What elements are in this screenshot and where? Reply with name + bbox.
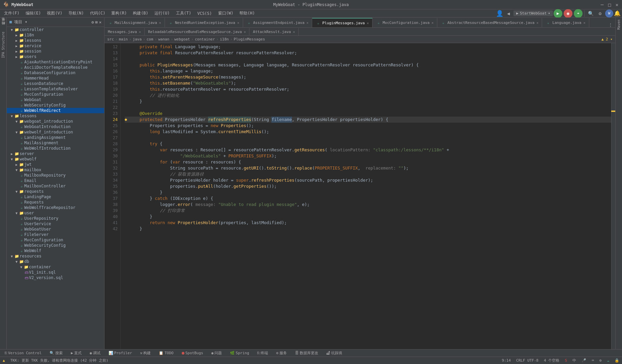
tab-profiler[interactable]: 📊 Profiler — [107, 350, 134, 356]
right-scrollbar-panel[interactable] — [611, 43, 615, 349]
back-btn[interactable]: ◀ — [504, 9, 513, 18]
settings-icon2[interactable]: ⚙ — [599, 358, 602, 363]
tree-folder-server[interactable]: ▶ 📁 server — [7, 151, 104, 156]
run-btn[interactable]: ▶ — [554, 9, 562, 18]
tab2-reloadable[interactable]: ReloadableResourceBundleMessageSource.ja… — [145, 28, 249, 35]
tree-file-v1sql[interactable]: 🗃 V1_init.sql — [7, 270, 104, 275]
tree-file-mvcconfig2[interactable]: ☕ MvcConfiguration — [7, 237, 104, 243]
tree-file-websecurity[interactable]: ☕ WebSecurityConfig — [7, 102, 104, 108]
tree-file-dbconfig[interactable]: ☕ DatabaseConfiguration — [7, 70, 104, 75]
tab-nested-runtime[interactable]: ☕ NestedRuntimeException.java ✕ — [165, 18, 243, 27]
tree-file-mailboxctrl[interactable]: ☕ MailboxController — [7, 183, 104, 189]
tree-file-webgoatuser[interactable]: ☕ WebGoatUser — [7, 226, 104, 232]
menu-build[interactable]: 构建(B) — [130, 10, 151, 17]
tab2-messages[interactable]: Messages.java ✕ — [105, 28, 145, 35]
bc-java[interactable]: java — [133, 37, 142, 41]
tree-file-landing[interactable]: ☕ LandingAssignment — [7, 135, 104, 140]
bc-com[interactable]: com — [147, 37, 153, 41]
tab-run[interactable]: ▶ 直式 — [69, 350, 84, 356]
tree-file-webwolfintro[interactable]: ☕ WebWolfIntroduction — [7, 146, 104, 151]
tree-item-users[interactable]: ▶ 📁 users — [7, 54, 104, 59]
tree-file-email[interactable]: ☕ Email — [7, 178, 104, 183]
tab-mvc-config[interactable]: ☕ MvcConfiguration.java ✕ — [373, 18, 437, 27]
code-content[interactable]: private final Language language; private… — [121, 43, 611, 349]
tab-todo2[interactable]: 🏕 坑踩填 — [324, 350, 344, 356]
tree-folder-mailbox[interactable]: ▼ 📁 mailbox — [7, 167, 104, 173]
debug-btn[interactable]: ◉ — [564, 9, 572, 18]
tree-folder-webgoat-intro[interactable]: ▼ 📁 webgoat_introduction — [7, 119, 104, 124]
tree-file-userservice[interactable]: ☕ UserService — [7, 221, 104, 226]
mic-icon[interactable]: 🎤 — [582, 358, 586, 363]
bc-main[interactable]: main — [119, 37, 128, 41]
tree-file-userrepo[interactable]: ☕ UserRepository — [7, 216, 104, 221]
tree-file-websecurity2[interactable]: ☕ WebSecurityConfig — [7, 243, 104, 248]
tab-spotbugs[interactable]: SpotBugs — [180, 350, 205, 356]
tab-version-control[interactable]: ⎘ Version Control — [3, 350, 43, 356]
tree-file-webwolfredir[interactable]: ☕ WebWolfRedirect — [7, 108, 104, 113]
bc-container[interactable]: container — [195, 37, 215, 41]
bc-wanan[interactable]: wanan — [158, 37, 169, 41]
run-config-label[interactable]: ▶ StartWebGoat ▾ — [513, 10, 553, 16]
tab-spring[interactable]: 🌿 Spring — [228, 350, 251, 356]
tree-folder-requests[interactable]: ▼ 📁 requests — [7, 189, 104, 194]
tab-terminal[interactable]: ⎘ 终端 — [255, 350, 270, 356]
cloud-icon[interactable]: ☁ — [607, 358, 609, 363]
tree-folder-jwt[interactable]: ▶ 📁 jwt — [7, 162, 104, 167]
bc-webgoat[interactable]: webgoat — [174, 37, 190, 41]
tabs-more-icon[interactable]: ⋮ — [606, 23, 615, 27]
tree-item-service[interactable]: ▶ 📁 service — [7, 43, 104, 49]
tab-close-mail[interactable]: ✕ — [159, 21, 161, 25]
maximize-btn[interactable]: □ — [607, 2, 612, 7]
tree-folder-lessons[interactable]: ▼ 📁 lessons — [7, 113, 104, 119]
tab-abstract-resource[interactable]: ☕ AbstractResourceBasedMessageSource.jav… — [437, 18, 542, 27]
tree-file-landingpage[interactable]: ☕ LandingPage — [7, 194, 104, 200]
tree-file-webgoatintro[interactable]: ☕ WebGoatIntroduction — [7, 124, 104, 129]
tab-language[interactable]: ☕ Language.java ✕ — [542, 18, 589, 27]
tree-file-v2sql[interactable]: 🗃 V2_version.sql — [7, 275, 104, 280]
bookmarks-vert-label[interactable]: 书签 — [0, 22, 6, 26]
tree-file-fileserver[interactable]: ☕ FileServer — [7, 232, 104, 237]
tree-folder-user[interactable]: ▼ 📁 user — [7, 210, 104, 216]
ipa-vert-label[interactable]: IPA Structure — [1, 30, 6, 60]
tab-problems[interactable]: ◉ 问题 — [209, 350, 224, 356]
coverage-btn[interactable]: ☂ — [574, 9, 583, 18]
menu-code[interactable]: 代码(C) — [87, 10, 108, 17]
tree-file-webwolf[interactable]: ☕ WebWolf — [7, 248, 104, 253]
tab-plugin-messages[interactable]: ☕ PluginMessages.java ✕ — [312, 18, 373, 27]
menu-navigate[interactable]: 导航(N) — [66, 10, 87, 17]
notification-icon[interactable]: 🔔 — [614, 10, 621, 17]
lock-icon[interactable]: 🔒 — [615, 358, 619, 363]
tree-folder-webwolf[interactable]: ▼ 📁 webwolf — [7, 156, 104, 162]
bc-i18n[interactable]: i18n — [220, 37, 229, 41]
tree-folder-db[interactable]: ▼ 📁 db — [7, 259, 104, 264]
sidebar-gear-icon[interactable]: ⚙ — [91, 20, 94, 25]
tree-file-webgoat[interactable]: ☕ WebGoat — [7, 97, 104, 102]
keyboard-icon[interactable]: ⌨ — [592, 358, 594, 363]
tree-folder-container[interactable]: ▼ 📁 container — [7, 264, 104, 270]
menu-view[interactable]: 视图(V) — [44, 10, 65, 17]
menu-file[interactable]: 文件(F) — [1, 10, 22, 17]
project-vert-label[interactable]: 项目 — [0, 18, 6, 22]
tree-file-ascii[interactable]: ☕ AsciiDoctorTemplateResolve — [7, 65, 104, 70]
tree-file-lessontemplate[interactable]: ☕ LessonTemplateResolver — [7, 86, 104, 92]
tree-file-requests[interactable]: ☕ Requests — [7, 200, 104, 205]
structure-vert-label[interactable]: 结构 — [0, 26, 6, 30]
bc-src[interactable]: src — [107, 37, 114, 41]
tree-item-lessons-inner[interactable]: ▶ 📁 lessons — [7, 38, 104, 43]
search-everywhere-btn[interactable]: 🔍 — [586, 9, 595, 18]
bc-pluginmessages[interactable]: PluginMessages — [234, 37, 265, 41]
tree-file-mailboxrepo[interactable]: ☕ MailboxRepository — [7, 173, 104, 178]
tab-build[interactable]: ⚒ 构建 — [138, 350, 153, 356]
sidebar-layout-icon[interactable]: ⊞ — [95, 20, 98, 25]
tab-mail-assignment[interactable]: ☕ MailAssignment.java ✕ — [105, 18, 165, 27]
tree-folder-webwolf-intro[interactable]: ▼ 📁 webwolf_introduction — [7, 129, 104, 135]
settings-btn[interactable]: ⚙ — [596, 9, 604, 18]
tab-debug[interactable]: ◉ 调试 — [88, 350, 102, 356]
tree-file-tracerepo[interactable]: ☕ WebWolfTraceRepositor — [7, 205, 104, 210]
sidebar-close-icon[interactable]: ✕ — [99, 20, 101, 25]
tree-item-controller[interactable]: ▼ 📁 controller — [7, 27, 104, 32]
tab-assignment-endpoint[interactable]: ☕ AssignmentEndpoint.java ✕ — [243, 18, 312, 27]
menu-vcs[interactable]: VCS(S) — [195, 10, 214, 17]
tree-file-mail[interactable]: ☕ MailAssignment — [7, 140, 104, 146]
tab-services[interactable]: ⚙ 服务 — [274, 350, 289, 356]
